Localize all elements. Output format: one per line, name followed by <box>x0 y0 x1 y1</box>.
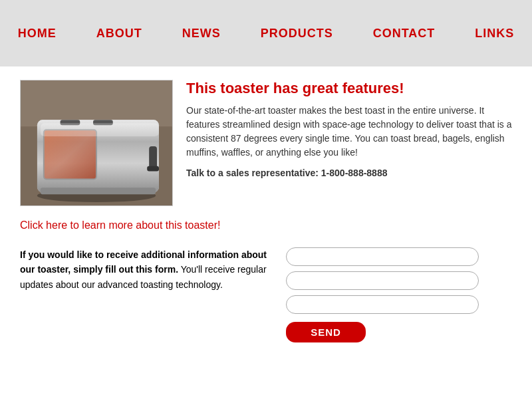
nav-item-news[interactable]: NEWS <box>182 27 221 41</box>
product-heading: This toaster has great features! <box>186 80 512 97</box>
product-text: This toaster has great features! Our sta… <box>186 80 512 206</box>
phone-line: Talk to a sales representative: 1-800-88… <box>186 166 512 180</box>
nav-item-about[interactable]: ABOUT <box>96 27 142 41</box>
svg-rect-12 <box>41 123 159 136</box>
form-field-1[interactable] <box>286 247 479 266</box>
main-nav: HOMEABOUTNEWSPRODUCTSCONTACTLINKS <box>0 0 532 66</box>
svg-rect-6 <box>44 130 96 179</box>
nav-item-products[interactable]: PRODUCTS <box>261 27 333 41</box>
nav-item-links[interactable]: LINKS <box>475 27 514 41</box>
form-fields: SEND <box>286 247 512 342</box>
svg-rect-10 <box>147 166 159 172</box>
nav-item-contact[interactable]: CONTACT <box>373 27 436 41</box>
svg-rect-11 <box>41 188 156 194</box>
form-description: If you would like to receive additional … <box>20 247 273 292</box>
form-field-2[interactable] <box>286 271 479 290</box>
svg-rect-9 <box>149 146 157 170</box>
form-section: If you would like to receive additional … <box>20 247 512 342</box>
toaster-image <box>20 80 173 206</box>
learn-more-link[interactable]: Click here to learn more about this toas… <box>20 219 512 231</box>
product-description: Our state-of-the-art toaster makes the b… <box>186 104 512 160</box>
form-field-3[interactable] <box>286 295 479 314</box>
nav-item-home[interactable]: HOME <box>18 27 57 41</box>
send-button[interactable]: SEND <box>286 322 366 342</box>
product-section: This toaster has great features! Our sta… <box>20 80 512 206</box>
main-content: This toaster has great features! Our sta… <box>0 66 532 362</box>
